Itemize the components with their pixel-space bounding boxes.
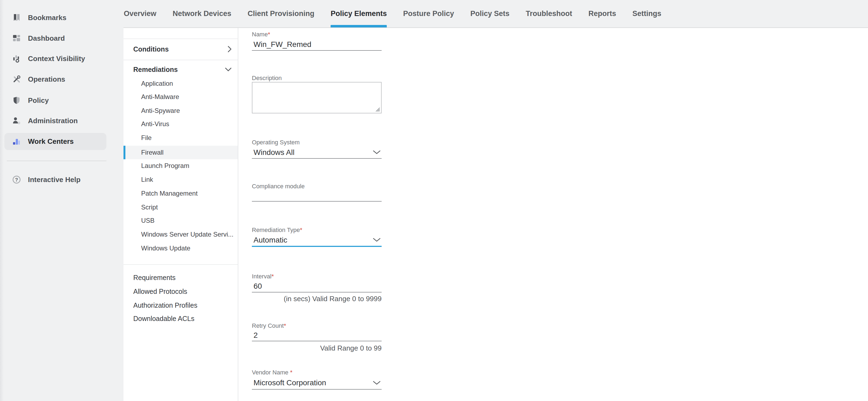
tab-policy-elements[interactable]: Policy Elements [322, 0, 395, 27]
svg-text:?: ? [15, 177, 18, 182]
interval-field: Interval* 60 [252, 272, 382, 293]
sidebar-section-conditions[interactable]: Conditions [124, 42, 238, 56]
sidebar-item-label: Work Centers [28, 137, 74, 146]
retry-count-value: 2 [253, 331, 258, 340]
bookmarks-icon [12, 13, 21, 22]
remediation-type-field: Remediation Type* Automatic [252, 226, 382, 247]
chevron-down-icon [373, 238, 380, 242]
sidebar-divider [7, 161, 106, 161]
tab-reports[interactable]: Reports [580, 0, 624, 27]
administration-icon [12, 116, 21, 125]
label-text: Name [252, 31, 268, 38]
sidebar-item-administration[interactable]: Administration [0, 111, 124, 131]
context-visibility-icon [12, 54, 21, 63]
dashboard-icon [12, 34, 21, 43]
operating-system-select[interactable]: Windows All [252, 146, 382, 159]
sidebar-item-label: Context Visibility [28, 55, 85, 63]
tab-policy-sets[interactable]: Policy Sets [462, 0, 518, 27]
label-text: Vendor Name [252, 369, 288, 376]
sidebar-item-operations[interactable]: Operations [0, 69, 124, 89]
vendor-name-select[interactable]: Microsoft Corporation [252, 376, 382, 390]
name-label: Name* [252, 30, 382, 38]
sidebar-item-script[interactable]: Script [124, 201, 238, 214]
name-input[interactable]: Win_FW_Remed [252, 38, 382, 51]
tab-network-devices[interactable]: Network Devices [164, 0, 239, 27]
sidebar-item-bookmarks[interactable]: Bookmarks [0, 8, 124, 28]
sidebar-section-requirements[interactable]: Requirements [124, 271, 238, 284]
name-field: Name* Win_FW_Remed [252, 30, 382, 51]
description-field: Description [252, 74, 382, 82]
sidebar-item-firewall[interactable]: Firewall [124, 146, 238, 159]
tab-posture-policy[interactable]: Posture Policy [395, 0, 462, 27]
sidebar-item-interactive-help[interactable]: ? Interactive Help [0, 170, 124, 190]
sidebar-item-usb[interactable]: USB [124, 214, 238, 227]
sidebar-item-label: Dashboard [28, 34, 65, 43]
chevron-down-icon [373, 150, 380, 155]
compliance-module-field: Compliance module [252, 182, 382, 202]
tab-settings[interactable]: Settings [624, 0, 670, 27]
label-text: Interval [252, 273, 272, 280]
required-asterisk: * [272, 273, 274, 280]
sidebar-item-windows-server-update-services[interactable]: Windows Server Update Servi... [124, 228, 238, 241]
vendor-name-value: Microsoft Corporation [253, 378, 326, 387]
cisco-ise-work-centers-screen: Overview Network Devices Client Provisio… [0, 0, 868, 401]
tab-client-provisioning[interactable]: Client Provisioning [239, 0, 322, 27]
description-label: Description [252, 74, 382, 82]
operating-system-field: Operating System Windows All [252, 138, 382, 159]
sidebar-item-dashboard[interactable]: Dashboard [0, 28, 124, 48]
sidebar-item-patch-management[interactable]: Patch Management [124, 187, 238, 200]
interval-helper-text: (in secs) Valid Range 0 to 9999 [252, 295, 382, 303]
section-label: Conditions [133, 45, 169, 53]
sidebar-section-allowed-protocols[interactable]: Allowed Protocols [124, 285, 238, 298]
sidebar-item-windows-update[interactable]: Windows Update [124, 241, 238, 255]
sidebar-item-label: Policy [28, 96, 49, 105]
divider [124, 38, 238, 39]
sidebar-item-label: Firewall [141, 149, 164, 156]
help-icon: ? [12, 175, 21, 184]
selected-item-indicator [124, 146, 125, 159]
textarea-resize-handle[interactable] [375, 107, 380, 112]
remediation-type-select[interactable]: Automatic [252, 234, 382, 247]
interval-input[interactable]: 60 [252, 280, 382, 293]
sidebar-item-label: Operations [28, 75, 65, 83]
sidebar-item-anti-spyware[interactable]: Anti-Spyware [124, 104, 238, 118]
work-centers-icon [12, 137, 21, 146]
active-tab-underline [331, 25, 387, 27]
remediation-type-label: Remediation Type* [252, 226, 382, 234]
sidebar-section-authorization-profiles[interactable]: Authorization Profiles [124, 298, 238, 312]
primary-sidebar: Bookmarks Dashboard Context Visibility [0, 0, 124, 401]
sidebar-item-work-centers[interactable]: Work Centers [4, 133, 106, 150]
sidebar-item-file[interactable]: File [124, 131, 238, 145]
label-text: Remediation Type [252, 227, 300, 233]
sidebar-item-link[interactable]: Link [124, 173, 238, 187]
sidebar-item-application[interactable]: Application [124, 77, 238, 90]
remediation-type-value: Automatic [253, 236, 287, 244]
vendor-name-label: Vendor Name * [252, 368, 382, 376]
sidebar-item-anti-virus[interactable]: Anti-Virus [124, 117, 238, 131]
label-text: Retry Count [252, 322, 284, 329]
sidebar-section-downloadable-acls[interactable]: Downloadable ACLs [124, 312, 238, 325]
compliance-module-input[interactable] [252, 191, 382, 202]
sidebar-item-policy[interactable]: Policy [0, 90, 124, 110]
retry-count-label: Retry Count* [252, 322, 382, 330]
chevron-right-icon [227, 45, 232, 53]
required-asterisk: * [288, 369, 292, 376]
section-label: Remediations [133, 66, 178, 73]
name-value: Win_FW_Remed [253, 40, 311, 49]
required-asterisk: * [268, 31, 270, 38]
divider [124, 264, 238, 265]
operating-system-value: Windows All [253, 148, 294, 157]
sidebar-item-launch-program[interactable]: Launch Program [124, 159, 238, 173]
sidebar-item-context-visibility[interactable]: Context Visibility [0, 48, 124, 69]
vendor-name-field: Vendor Name * Microsoft Corporation [252, 368, 382, 390]
sidebar-section-remediations[interactable]: Remediations [124, 63, 238, 76]
retry-count-field: Retry Count* 2 [252, 322, 382, 341]
sidebar-item-label: Bookmarks [28, 13, 66, 22]
operating-system-label: Operating System [252, 138, 382, 146]
tab-troubleshoot[interactable]: Troubleshoot [518, 0, 580, 27]
retry-count-input[interactable]: 2 [252, 330, 382, 341]
operations-icon [12, 75, 21, 84]
sidebar-item-anti-malware[interactable]: Anti-Malware [124, 90, 238, 104]
retry-count-helper-text: Valid Range 0 to 99 [252, 344, 382, 352]
description-textarea[interactable] [252, 82, 382, 113]
